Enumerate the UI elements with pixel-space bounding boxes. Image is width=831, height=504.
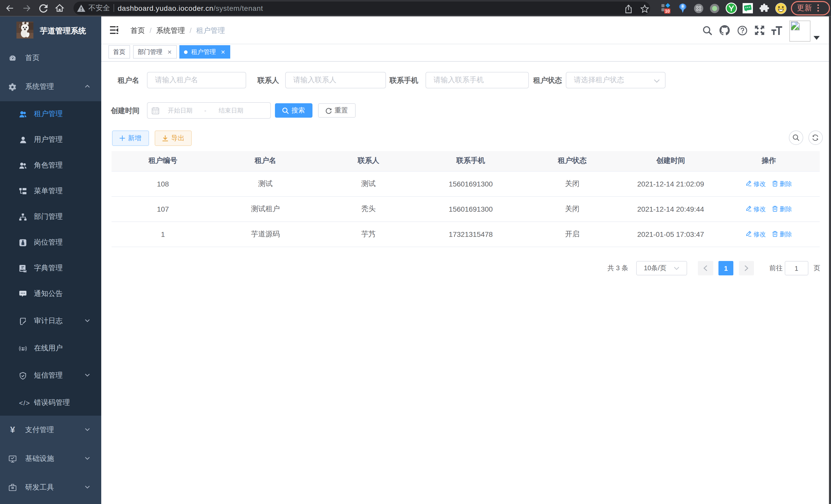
svg-text:10: 10: [665, 9, 670, 13]
